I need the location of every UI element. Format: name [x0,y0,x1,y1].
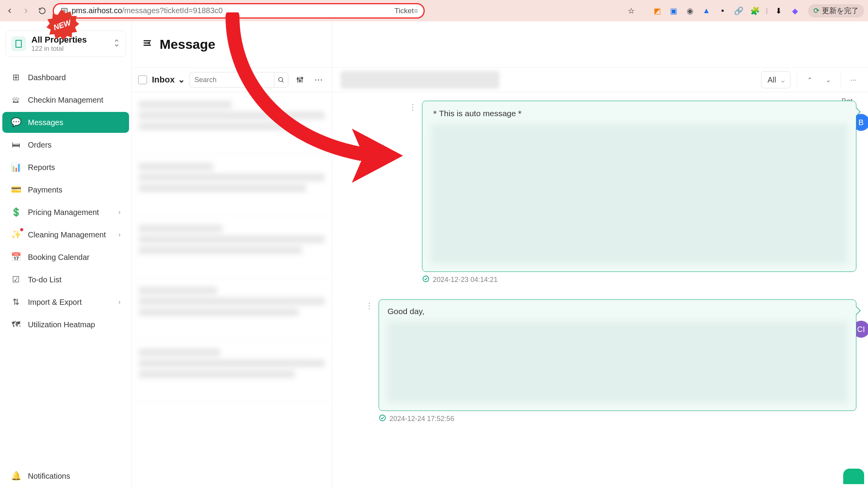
ext-purple-drop-icon[interactable]: ◆ [789,5,800,16]
nav-checkin[interactable]: 🛎Checkin Management [2,89,129,110]
prev-thread-button[interactable]: ⌃ [803,74,816,86]
thread-body[interactable]: Bot B CI ⋮ ＊This is auto message＊ 2024-1… [332,92,868,488]
nav-payments[interactable]: 💳Payments [2,179,129,200]
nav-label: Booking Calendar [28,253,90,262]
nav-dashboard[interactable]: ⊞Dashboard [2,67,129,88]
nav-label: To-do List [28,275,62,284]
import-export-icon: ⇅ [11,297,21,307]
list-item[interactable] [132,92,332,154]
sort-filter-icon[interactable] [293,73,307,87]
svg-point-22 [423,276,429,282]
nav-label: Import & Export [28,298,82,307]
search-input[interactable] [189,72,274,88]
folder-dropdown[interactable]: Inbox ⌄ [152,75,185,85]
next-thread-button[interactable]: ⌄ [822,74,834,86]
ext-link-icon[interactable]: 🔗 [734,5,744,16]
reports-icon: 📊 [11,162,21,172]
app-root: All Properties 122 in total ⊞Dashboard 🛎… [0,21,868,488]
nav-cleaning[interactable]: ✨Cleaning Management› [2,224,129,245]
divider [840,73,841,87]
nav-label: Cleaning Management [28,230,106,239]
address-bar[interactable]: pms.airhost.co/messages?ticketId=91883c0… [53,3,425,19]
svg-line-15 [282,81,284,82]
timestamp: 2024-12-24 17:52:56 [389,415,454,423]
message-bubble: ＊This is auto message＊ [422,101,856,272]
nav-label: Utilization Heatmap [28,320,95,329]
forward-button[interactable] [20,5,32,17]
ext-analytics-icon[interactable]: ◩ [652,5,663,16]
thread-more-icon[interactable]: ⋯ [847,74,859,86]
chevron-right-icon: › [119,209,121,216]
sidebar: All Properties 122 in total ⊞Dashboard 🛎… [0,21,132,488]
nav-messages[interactable]: 💬Messages [2,112,129,133]
message-row: ⋮ Good day, 2024-12-24 17:52:56 [365,299,856,424]
nav-booking-calendar[interactable]: 📅Booking Calendar [2,247,129,268]
message-list-column: Message Inbox ⌄ ⋯ [132,21,332,488]
divider [797,73,797,87]
nav-label: Dashboard [28,73,66,82]
dashboard-icon: ⊞ [11,72,21,82]
downloads-icon[interactable]: ⬇ [773,5,784,16]
message-row: ⋮ ＊This is auto message＊ 2024-12-23 04:1… [409,101,856,285]
message-actions-icon[interactable]: ⋮ [365,299,373,424]
calendar-icon: 📅 [11,252,21,262]
nav-label: Payments [28,186,62,194]
message-actions-icon[interactable]: ⋮ [409,101,417,285]
list-item[interactable] [132,278,332,340]
ext-camera-icon[interactable]: ◉ [685,5,696,16]
nav-reports[interactable]: 📊Reports [2,157,129,178]
delivered-check-icon [422,275,430,285]
url-fragment: Ticket= [394,7,418,15]
todo-icon: ☑ [11,275,21,285]
heatmap-icon: 🗺 [11,320,21,330]
orders-icon: 🛏 [11,140,21,150]
building-icon [11,36,26,51]
nav-pricing[interactable]: 💲Pricing Management› [2,202,129,223]
update-pill[interactable]: ⟳ 更新を完了 [808,4,864,17]
contact-name-redacted [341,71,499,89]
select-all-checkbox[interactable] [138,75,147,84]
list-item[interactable] [132,154,332,216]
payments-icon: 💳 [11,185,21,195]
thread-filter-label: All [768,76,776,84]
extensions-puzzle-icon[interactable]: 🧩 [750,5,761,16]
message-header-icon [142,38,153,51]
svg-point-20 [299,80,301,82]
page-title: Message [160,37,215,52]
message-text: Good day, [388,307,847,316]
nav-import-export[interactable]: ⇅Import & Export› [2,292,129,313]
ext-blue-box-icon[interactable]: ▣ [668,5,679,16]
search-button[interactable] [274,72,288,88]
checkin-icon: 🛎 [11,95,21,105]
chevron-right-icon: › [119,299,121,306]
chat-fab[interactable] [843,469,864,484]
nav-heatmap[interactable]: 🗺Utilization Heatmap [2,314,129,335]
bookmark-star-icon[interactable]: ☆ [626,5,637,16]
thread-filter-dropdown[interactable]: All [761,71,790,88]
thread-column: All ⌃ ⌄ ⋯ Bot B CI ⋮ ＊This is auto messa… [332,21,868,488]
back-button[interactable] [4,5,16,17]
list-item[interactable] [132,340,332,402]
ext-dark-square-icon[interactable]: ▪ [717,5,728,16]
nav-label: Messages [28,118,63,127]
message-text: ＊This is auto message＊ [431,108,847,119]
message-list[interactable] [132,92,332,488]
browser-toolbar: ☆ ◩ ▣ ◉ ▲ ▪ 🔗 🧩 | ⬇ ◆ ⟳ 更新を完了 [626,4,864,17]
more-horizontal-icon[interactable]: ⋯ [312,73,326,87]
message-bubble: Good day, [379,299,856,411]
nav-notifications[interactable]: 🔔Notifications [2,466,129,486]
url-text: pms.airhost.co/messages?ticketId=91883c0 [72,6,223,15]
list-item[interactable] [132,216,332,278]
ext-triangle-icon[interactable]: ▲ [701,5,712,16]
delivered-check-icon [379,414,386,424]
nav-todo[interactable]: ☑To-do List [2,269,129,290]
sidebar-footer: 🔔Notifications [0,464,131,488]
nav-label: Reports [28,163,55,172]
svg-point-14 [279,77,283,82]
svg-point-21 [301,77,303,79]
message-body-redacted [388,321,847,403]
message-timestamp-row: 2024-12-24 17:52:56 [379,414,856,424]
thread-toolbar: All ⌃ ⌄ ⋯ [332,67,868,92]
new-badge: NEW [46,9,79,43]
nav-orders[interactable]: 🛏Orders [2,134,129,155]
